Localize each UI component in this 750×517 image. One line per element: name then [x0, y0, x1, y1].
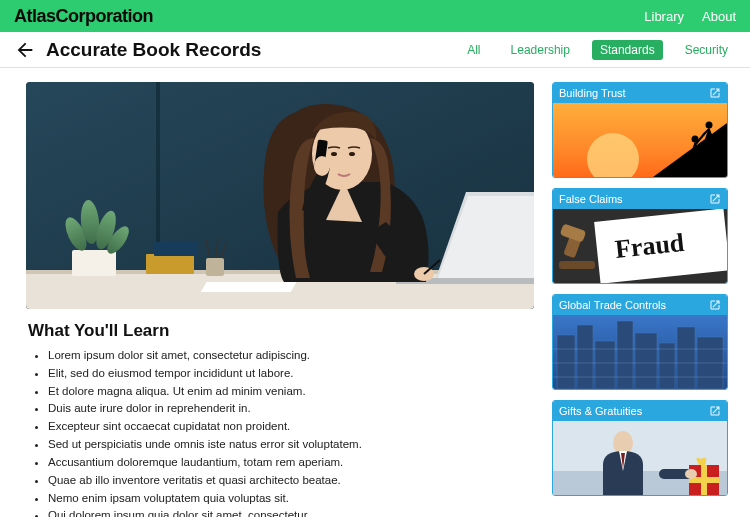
- hero-image: [26, 82, 534, 309]
- svg-rect-4: [72, 250, 116, 276]
- list-item: Excepteur sint occaecat cupidatat non pr…: [48, 418, 534, 436]
- open-icon[interactable]: [709, 405, 721, 417]
- card-false-claims[interactable]: False Claims Fraud: [552, 188, 728, 284]
- card-global-trade-controls[interactable]: Global Trade Controls: [552, 294, 728, 390]
- card-thumbnail: [553, 421, 727, 495]
- list-item: Qui dolorem ipsum quia dolor sit amet, c…: [48, 507, 534, 517]
- card-title: Building Trust: [559, 87, 626, 99]
- list-item: Accusantium doloremque laudantium, totam…: [48, 454, 534, 472]
- back-arrow-icon[interactable]: [14, 39, 36, 61]
- svg-rect-43: [677, 327, 695, 389]
- svg-rect-11: [206, 258, 224, 276]
- list-item: Lorem ipsum dolor sit amet, consectetur …: [48, 347, 534, 365]
- svg-rect-21: [201, 282, 297, 292]
- card-thumbnail: Fraud: [553, 209, 727, 283]
- svg-rect-40: [617, 321, 633, 389]
- tab-leadership[interactable]: Leadership: [503, 40, 578, 60]
- tab-standards[interactable]: Standards: [592, 40, 663, 60]
- content: What You'll Learn Lorem ipsum dolor sit …: [0, 68, 750, 517]
- list-item: Duis aute irure dolor in reprehenderit i…: [48, 400, 534, 418]
- svg-rect-38: [577, 325, 593, 389]
- svg-point-22: [331, 152, 337, 156]
- svg-rect-37: [557, 335, 575, 389]
- nav-library[interactable]: Library: [644, 9, 684, 24]
- svg-rect-10: [154, 242, 198, 256]
- card-building-trust[interactable]: Building Trust: [552, 82, 728, 178]
- main-column: What You'll Learn Lorem ipsum dolor sit …: [26, 82, 534, 517]
- open-icon[interactable]: [709, 193, 721, 205]
- card-gifts-gratuities[interactable]: Gifts & Gratuities: [552, 400, 728, 496]
- card-thumbnail: [553, 315, 727, 389]
- card-header: False Claims: [553, 189, 727, 209]
- topbar: AtlasCorporation Library About: [0, 0, 750, 32]
- brand-logo: AtlasCorporation: [14, 6, 153, 27]
- top-navigation: Library About: [644, 9, 736, 24]
- bullet-list: Lorem ipsum dolor sit amet, consectetur …: [26, 347, 534, 517]
- sidebar: Building Trust: [552, 82, 728, 517]
- card-thumbnail: [553, 103, 727, 177]
- list-item: Quae ab illo inventore veritatis et quas…: [48, 472, 534, 490]
- open-icon[interactable]: [709, 87, 721, 99]
- svg-point-55: [685, 469, 697, 479]
- card-header: Building Trust: [553, 83, 727, 103]
- list-item: Nemo enim ipsam voluptatem quia voluptas…: [48, 490, 534, 508]
- tab-security[interactable]: Security: [677, 40, 736, 60]
- svg-rect-33: [559, 261, 595, 269]
- list-item: Et dolore magna aliqua. Ut enim ad minim…: [48, 383, 534, 401]
- card-header: Gifts & Gratuities: [553, 401, 727, 421]
- card-title: False Claims: [559, 193, 623, 205]
- svg-point-18: [314, 156, 330, 176]
- nav-about[interactable]: About: [702, 9, 736, 24]
- list-item: Sed ut perspiciatis unde omnis iste natu…: [48, 436, 534, 454]
- list-item: Elit, sed do eiusmod tempor incididunt u…: [48, 365, 534, 383]
- card-title: Global Trade Controls: [559, 299, 666, 311]
- card-header: Global Trade Controls: [553, 295, 727, 315]
- svg-rect-39: [595, 341, 615, 389]
- subbar: Accurate Book Records All Leadership Sta…: [0, 32, 750, 68]
- card-title: Gifts & Gratuities: [559, 405, 642, 417]
- svg-rect-9: [146, 254, 194, 274]
- open-icon[interactable]: [709, 299, 721, 311]
- page-title: Accurate Book Records: [46, 39, 261, 61]
- svg-rect-42: [659, 343, 675, 389]
- subbar-left: Accurate Book Records: [14, 39, 261, 61]
- tab-all[interactable]: All: [459, 40, 488, 60]
- svg-point-23: [349, 152, 355, 156]
- section-title: What You'll Learn: [28, 321, 534, 341]
- svg-rect-41: [635, 333, 657, 389]
- tabs: All Leadership Standards Security: [459, 40, 736, 60]
